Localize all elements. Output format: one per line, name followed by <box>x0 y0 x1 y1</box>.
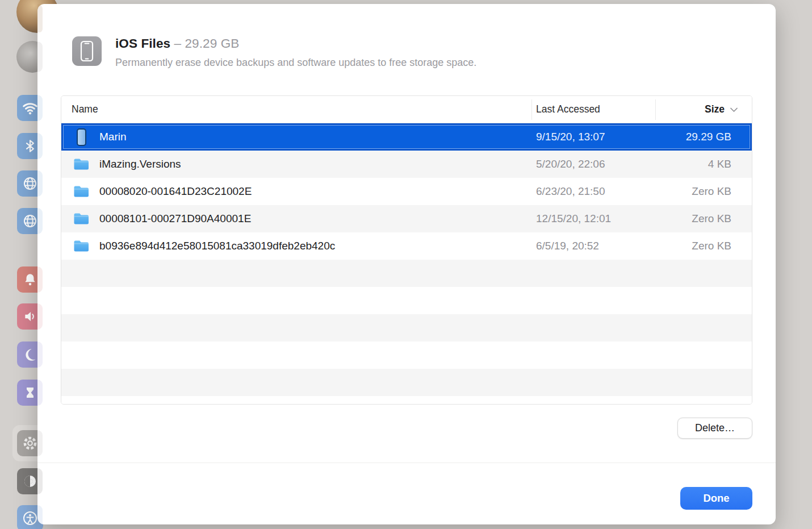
ghost-focus-moon-icon <box>37 341 43 368</box>
folder-icon <box>73 158 89 170</box>
iphone-icon <box>77 128 86 146</box>
row-last-accessed: 9/15/20, 13:07 <box>530 131 654 143</box>
ghost-family-avatar <box>37 41 43 72</box>
ios-files-dialog: iOS Files – 29.29 GB Permanently erase d… <box>37 4 776 524</box>
row-name-cell: b0936e894d412e58015081ca33019dfeb2eb420c <box>61 240 530 252</box>
page-title: iOS Files – 29.29 GB <box>115 36 239 51</box>
sheet-edge-line <box>37 463 776 463</box>
ghost-wifi-icon <box>37 95 43 121</box>
title-size: – 29.29 GB <box>174 36 240 51</box>
done-button[interactable]: Done <box>680 487 752 510</box>
row-name-cell: 00008020-001641D23C21002E <box>61 185 530 198</box>
ghost-sound-speaker-icon <box>37 303 43 330</box>
empty-table-row <box>61 369 752 396</box>
row-size: Zero KB <box>654 185 752 198</box>
column-header-size[interactable]: Size <box>654 103 752 115</box>
delete-button[interactable]: Delete… <box>677 418 752 439</box>
table-body: Marin 9/15/20, 13:07 29.29 GB iMazing.Ve… <box>61 123 752 405</box>
row-icon <box>73 240 89 252</box>
row-name-label: 00008101-000271D90A40001E <box>99 213 251 225</box>
row-icon <box>73 128 89 146</box>
table-row[interactable]: iMazing.Versions 5/20/20, 22:06 4 KB <box>61 151 752 178</box>
column-header-size-label: Size <box>705 103 725 115</box>
ghost-network-globe-icon <box>37 170 43 197</box>
row-icon <box>73 213 89 225</box>
ghost-general-gear-icon <box>37 430 43 456</box>
column-header-last-accessed[interactable]: Last Accessed <box>530 103 654 115</box>
row-name-label: iMazing.Versions <box>99 158 181 170</box>
row-size: Zero KB <box>654 213 752 225</box>
row-name-label: Marin <box>99 131 127 143</box>
empty-table-row <box>61 287 752 314</box>
ghost-appearance-icon <box>37 468 43 494</box>
row-name-cell: iMazing.Versions <box>61 158 530 170</box>
ios-files-app-icon <box>72 36 102 66</box>
empty-table-row <box>61 260 752 287</box>
folder-icon <box>73 240 89 252</box>
files-table: Name Last Accessed Size Marin 9/15/20, 1… <box>61 95 752 405</box>
row-name-cell: 00008101-000271D90A40001E <box>61 213 530 225</box>
page-subtitle: Permanently erase device backups and sof… <box>115 57 476 69</box>
row-last-accessed: 6/23/20, 21:50 <box>530 185 654 198</box>
ghost-notifications-bell-icon <box>37 266 43 293</box>
title-name: iOS Files <box>115 36 170 51</box>
row-size: Zero KB <box>654 240 752 252</box>
column-header-name[interactable]: Name <box>61 103 530 115</box>
ghost-vpn-globe-icon <box>37 208 43 234</box>
table-row[interactable]: 00008020-001641D23C21002E 6/23/20, 21:50… <box>61 178 752 205</box>
ghost-user-avatar <box>37 4 43 32</box>
row-name-label: b0936e894d412e58015081ca33019dfeb2eb420c <box>99 240 335 252</box>
empty-table-row <box>61 314 752 341</box>
folder-icon <box>73 185 89 198</box>
row-last-accessed: 12/15/20, 12:01 <box>530 213 654 225</box>
ghost-screen-time-hourglass-icon <box>37 380 43 406</box>
row-size: 29.29 GB <box>654 131 752 143</box>
row-name-label: 00008020-001641D23C21002E <box>99 185 252 198</box>
table-row[interactable]: Marin 9/15/20, 13:07 29.29 GB <box>61 123 752 151</box>
row-last-accessed: 6/5/19, 20:52 <box>530 240 654 252</box>
table-header: Name Last Accessed Size <box>61 96 752 123</box>
table-row[interactable]: 00008101-000271D90A40001E 12/15/20, 12:0… <box>61 205 752 232</box>
ghost-bluetooth-icon <box>37 133 43 159</box>
column-divider <box>531 99 532 120</box>
table-row[interactable]: b0936e894d412e58015081ca33019dfeb2eb420c… <box>61 232 752 260</box>
empty-table-row <box>61 341 752 369</box>
folder-icon <box>73 213 89 225</box>
row-size: 4 KB <box>654 158 752 170</box>
row-icon <box>73 185 89 198</box>
column-divider <box>655 99 656 120</box>
row-last-accessed: 5/20/20, 22:06 <box>530 158 654 170</box>
empty-table-row <box>61 396 752 405</box>
chevron-down-icon <box>730 107 738 113</box>
row-name-cell: Marin <box>61 128 530 146</box>
row-icon <box>73 158 89 170</box>
